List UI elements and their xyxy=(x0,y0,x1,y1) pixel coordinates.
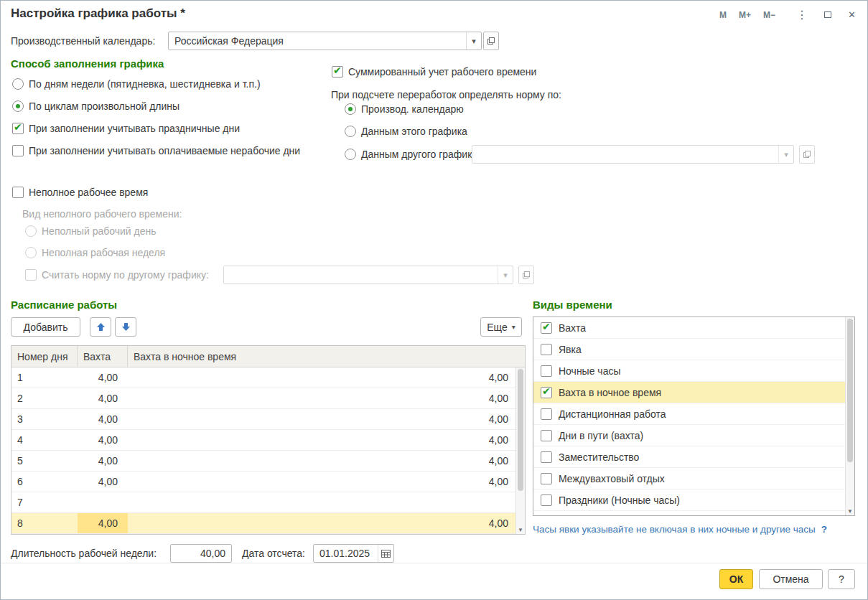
radio-part-time-week: Неполная рабочая неделя xyxy=(25,245,165,260)
checkbox-summarized-time[interactable]: Суммированный учет рабочего времени xyxy=(332,65,536,79)
radio-norm-calendar[interactable]: Производ. календарю xyxy=(345,102,464,116)
cell-day[interactable]: 5 xyxy=(11,451,78,471)
table-row[interactable]: 1 4,00 4,00 xyxy=(11,367,515,388)
cell-shift[interactable]: 4,00 xyxy=(78,367,128,388)
cell-day[interactable]: 1 xyxy=(11,367,78,388)
radio-norm-this-schedule[interactable]: Данным этого графика xyxy=(345,124,467,139)
help-button[interactable]: ? xyxy=(828,569,855,589)
checkbox-icon[interactable] xyxy=(541,451,552,463)
checkbox-checked-icon[interactable] xyxy=(541,322,552,334)
table-row[interactable]: 5 4,00 4,00 xyxy=(11,451,515,472)
more-button[interactable]: Еще ▾ xyxy=(480,317,522,337)
cell-night[interactable]: 4,00 xyxy=(128,513,515,533)
ok-button[interactable]: ОК xyxy=(719,569,753,589)
time-kind-row[interactable]: Праздники (Ночные часы) xyxy=(533,489,845,511)
checkbox-paid-nonworking-days[interactable]: При заполнении учитывать оплачиваемые не… xyxy=(12,144,300,158)
font-scale-decrease-icon[interactable]: M− xyxy=(763,10,775,20)
cell-day[interactable]: 2 xyxy=(11,388,78,408)
cell-night[interactable] xyxy=(128,492,515,512)
checkbox-icon[interactable] xyxy=(541,365,552,377)
prod-calendar-open-button[interactable] xyxy=(483,32,499,50)
cell-night[interactable]: 4,00 xyxy=(128,409,515,429)
more-button-label: Еще xyxy=(487,322,508,333)
radio-norm-other-schedule[interactable]: Данным другого графика xyxy=(345,147,477,161)
scrollbar-thumb[interactable] xyxy=(518,369,523,491)
add-button[interactable]: Добавить xyxy=(11,317,80,337)
checkbox-consider-holidays[interactable]: При заполнении учитывать праздничные дни xyxy=(12,121,240,136)
cell-day[interactable]: 7 xyxy=(11,492,78,512)
calendar-picker-button[interactable] xyxy=(378,545,393,562)
maximize-icon[interactable] xyxy=(824,11,831,18)
checkbox-icon[interactable] xyxy=(541,473,552,484)
prod-calendar-combobox[interactable]: Российская Федерация ▾ xyxy=(168,32,482,50)
time-kind-row[interactable]: Заместительство xyxy=(533,446,845,468)
move-up-button[interactable] xyxy=(90,317,111,337)
time-kind-row[interactable]: Междувахтовый отдых xyxy=(533,468,845,489)
week-length-input[interactable]: 40,00 xyxy=(170,544,232,563)
cell-shift-active[interactable]: 4,00 xyxy=(78,513,128,533)
column-header-day[interactable]: Номер дня xyxy=(11,346,78,367)
cell-day[interactable]: 3 xyxy=(11,409,78,429)
radio-icon xyxy=(345,126,356,137)
font-scale-increase-icon[interactable]: M+ xyxy=(739,10,751,20)
table-row[interactable]: 3 4,00 4,00 xyxy=(11,409,515,430)
section-fill-method: Способ заполнения графика xyxy=(11,57,164,70)
radio-selected-icon xyxy=(345,103,356,115)
scrollbar-down-icon[interactable]: ▼ xyxy=(516,525,525,534)
font-scale-normal-icon[interactable]: M xyxy=(719,10,727,20)
checkbox-icon[interactable] xyxy=(541,430,552,441)
table-row[interactable]: 7 xyxy=(11,492,515,513)
cell-night[interactable]: 4,00 xyxy=(128,472,515,492)
checkbox-part-time[interactable]: Неполное рабочее время xyxy=(12,185,148,200)
column-header-shift[interactable]: Вахта xyxy=(78,346,128,367)
column-header-night-shift[interactable]: Вахта в ночное время xyxy=(128,346,525,367)
time-kind-row[interactable]: Явка xyxy=(533,339,845,360)
table-row[interactable]: 4 4,00 4,00 xyxy=(11,430,515,451)
cancel-button[interactable]: Отмена xyxy=(759,569,823,589)
scrollbar-down-icon[interactable]: ▼ xyxy=(846,507,854,515)
time-kind-row[interactable]: Дистанционная работа xyxy=(533,403,845,425)
start-date-label: Дата отсчета: xyxy=(242,544,305,563)
cell-shift[interactable] xyxy=(78,492,128,512)
checkbox-icon[interactable] xyxy=(541,408,552,420)
radio-by-cycles[interactable]: По циклам произвольной длины xyxy=(12,99,179,113)
cell-day[interactable]: 8 xyxy=(11,513,78,533)
cell-day[interactable]: 6 xyxy=(11,472,78,492)
time-kind-row[interactable]: Вахта xyxy=(533,317,845,339)
checkbox-icon[interactable] xyxy=(541,344,552,355)
cell-shift[interactable]: 4,00 xyxy=(78,472,128,492)
cell-shift[interactable]: 4,00 xyxy=(78,430,128,450)
week-length-label: Длительность рабочей недели: xyxy=(11,544,157,563)
checkbox-checked-icon[interactable] xyxy=(541,387,552,398)
radio-by-weekdays[interactable]: По дням недели (пятидневка, шестидневка … xyxy=(12,77,261,91)
cell-night[interactable]: 4,00 xyxy=(128,388,515,408)
hint-help-link[interactable]: ? xyxy=(821,524,827,535)
table-row[interactable]: 2 4,00 4,00 xyxy=(11,388,515,409)
time-kind-row-highlighted[interactable]: Вахта в ночное время xyxy=(533,382,845,403)
table-row-selected[interactable]: 8 4,00 4,00 xyxy=(11,513,515,534)
close-icon[interactable]: ✕ xyxy=(848,9,856,20)
time-kind-row[interactable]: Ночные часы xyxy=(533,360,845,382)
window-menu-icon[interactable]: ⋮ xyxy=(796,8,808,22)
chevron-down-icon[interactable]: ▾ xyxy=(466,32,481,50)
time-kind-row[interactable]: Дни в пути (вахта) xyxy=(533,425,845,446)
time-kinds-scrollbar[interactable]: ▼ xyxy=(845,317,854,515)
arrow-down-icon xyxy=(121,322,131,332)
cell-night[interactable]: 4,00 xyxy=(128,367,515,388)
cell-shift[interactable]: 4,00 xyxy=(78,409,128,429)
cell-night[interactable]: 4,00 xyxy=(128,451,515,471)
move-down-button[interactable] xyxy=(115,317,136,337)
cell-shift[interactable]: 4,00 xyxy=(78,451,128,471)
cell-shift[interactable]: 4,00 xyxy=(78,388,128,408)
arrow-up-icon xyxy=(96,322,106,332)
chevron-down-icon: ▾ xyxy=(778,146,793,163)
start-date-input[interactable]: 01.01.2025 xyxy=(313,544,394,563)
scrollbar-thumb[interactable] xyxy=(847,319,853,462)
cell-night[interactable]: 4,00 xyxy=(128,430,515,450)
cell-day[interactable]: 4 xyxy=(11,430,78,450)
checkbox-icon[interactable] xyxy=(541,494,552,506)
maximize-glyph xyxy=(824,11,831,18)
part-time-schedule-value xyxy=(224,266,498,283)
table-scrollbar[interactable]: ▼ xyxy=(515,367,525,534)
table-row[interactable]: 6 4,00 4,00 xyxy=(11,472,515,492)
